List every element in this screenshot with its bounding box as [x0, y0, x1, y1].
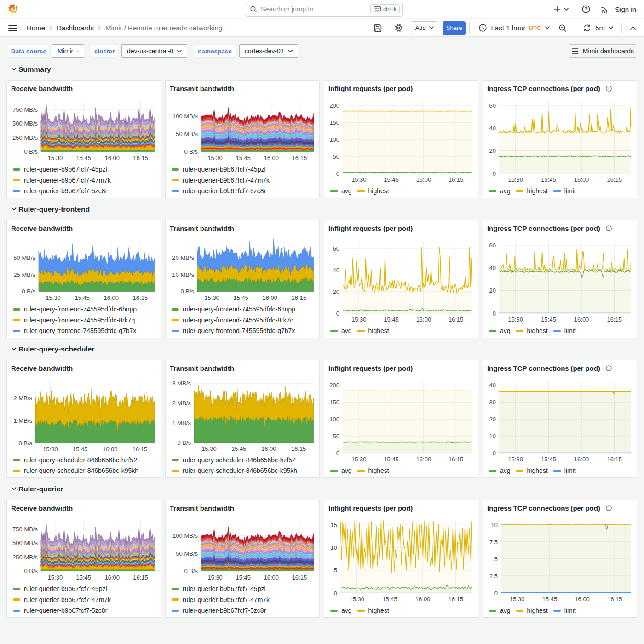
svg-text:60: 60 — [489, 242, 496, 249]
svg-text:100: 100 — [329, 416, 339, 423]
svg-text:15:45: 15:45 — [76, 155, 92, 161]
svg-text:2.5: 2.5 — [489, 573, 498, 580]
svg-text:60: 60 — [489, 102, 496, 109]
svg-text:0 B/s: 0 B/s — [177, 439, 191, 446]
svg-text:0 B/s: 0 B/s — [180, 288, 194, 295]
svg-text:15:30: 15:30 — [48, 574, 63, 581]
svg-text:0: 0 — [493, 170, 496, 177]
svg-text:750 MB/s: 750 MB/s — [12, 106, 38, 113]
svg-text:16:15: 16:15 — [132, 446, 148, 453]
svg-text:16:15: 16:15 — [291, 445, 306, 452]
svg-text:15:30: 15:30 — [46, 294, 61, 301]
svg-text:3 MB/s: 3 MB/s — [172, 380, 191, 387]
svg-text:15:45: 15:45 — [541, 316, 556, 323]
svg-text:15:45: 15:45 — [233, 294, 248, 301]
svg-text:150: 150 — [329, 399, 339, 406]
svg-text:15:30: 15:30 — [207, 574, 223, 581]
svg-text:16:15: 16:15 — [607, 456, 622, 463]
svg-text:0 B/s: 0 B/s — [24, 148, 38, 155]
svg-text:0: 0 — [336, 310, 339, 317]
svg-text:0: 0 — [493, 450, 496, 457]
svg-text:30: 30 — [489, 399, 496, 406]
svg-text:16:00: 16:00 — [415, 596, 431, 603]
svg-text:16:15: 16:15 — [292, 574, 307, 581]
svg-text:16:00: 16:00 — [574, 316, 589, 323]
svg-text:50 MB/s: 50 MB/s — [176, 550, 198, 557]
svg-text:250 MB/s: 250 MB/s — [12, 554, 38, 561]
svg-text:20: 20 — [333, 288, 339, 295]
svg-text:16:00: 16:00 — [574, 456, 589, 463]
svg-text:5: 5 — [494, 556, 498, 563]
svg-text:5: 5 — [334, 567, 337, 574]
svg-text:15:30: 15:30 — [351, 456, 367, 463]
svg-text:2 MB/s: 2 MB/s — [172, 400, 191, 407]
svg-text:1 MB/s: 1 MB/s — [172, 420, 191, 426]
svg-text:0 B/s: 0 B/s — [184, 148, 198, 155]
svg-text:0 B/s: 0 B/s — [18, 440, 32, 447]
svg-text:15:45: 15:45 — [75, 294, 90, 301]
svg-text:16:00: 16:00 — [103, 446, 118, 453]
svg-text:500 MB/s: 500 MB/s — [12, 540, 38, 546]
svg-text:15:45: 15:45 — [76, 574, 92, 581]
svg-text:15:45: 15:45 — [236, 155, 251, 161]
svg-text:15:30: 15:30 — [508, 456, 523, 463]
svg-text:16:15: 16:15 — [607, 316, 622, 323]
svg-text:1 MB/s: 1 MB/s — [14, 417, 33, 424]
svg-text:15:45: 15:45 — [384, 316, 399, 323]
svg-text:2 MB/s: 2 MB/s — [14, 395, 33, 402]
svg-text:10: 10 — [331, 544, 337, 551]
svg-text:0: 0 — [334, 590, 337, 597]
svg-text:15:30: 15:30 — [207, 155, 223, 161]
svg-text:10: 10 — [489, 433, 496, 440]
svg-text:16:15: 16:15 — [292, 155, 307, 161]
svg-text:16:00: 16:00 — [264, 155, 279, 161]
svg-text:0: 0 — [493, 310, 496, 317]
svg-text:200: 200 — [329, 382, 339, 389]
svg-text:16:15: 16:15 — [448, 316, 464, 323]
svg-text:20: 20 — [489, 287, 496, 294]
svg-text:16:00: 16:00 — [104, 294, 119, 301]
svg-text:60: 60 — [333, 245, 339, 252]
svg-text:15:45: 15:45 — [541, 456, 556, 463]
svg-text:16:15: 16:15 — [448, 176, 464, 183]
svg-text:50 MB/s: 50 MB/s — [13, 254, 35, 261]
svg-text:16:15: 16:15 — [448, 596, 463, 603]
svg-text:100 MB/s: 100 MB/s — [172, 532, 198, 539]
svg-text:0: 0 — [336, 450, 339, 457]
svg-text:10: 10 — [491, 522, 498, 529]
svg-text:250 MB/s: 250 MB/s — [12, 134, 38, 141]
svg-text:25 MB/s: 25 MB/s — [13, 271, 35, 278]
svg-text:16:00: 16:00 — [104, 155, 120, 161]
svg-text:100 MB/s: 100 MB/s — [172, 113, 198, 120]
svg-text:15:30: 15:30 — [350, 596, 365, 603]
svg-text:15:45: 15:45 — [384, 456, 399, 463]
svg-text:15:45: 15:45 — [231, 445, 247, 452]
svg-text:16:00: 16:00 — [261, 445, 276, 452]
svg-text:16:00: 16:00 — [575, 596, 590, 603]
svg-text:50: 50 — [333, 433, 339, 440]
svg-text:750 MB/s: 750 MB/s — [12, 526, 38, 533]
svg-text:16:00: 16:00 — [263, 294, 278, 301]
svg-text:20: 20 — [489, 147, 496, 154]
svg-text:50: 50 — [333, 153, 339, 160]
svg-text:15:45: 15:45 — [384, 176, 399, 183]
svg-text:15:45: 15:45 — [73, 446, 88, 453]
svg-text:10 MB/s: 10 MB/s — [172, 271, 194, 278]
svg-text:16:15: 16:15 — [133, 574, 148, 581]
svg-text:15:30: 15:30 — [351, 176, 367, 183]
svg-text:15:30: 15:30 — [351, 316, 367, 323]
svg-text:16:15: 16:15 — [607, 176, 622, 183]
svg-text:15:30: 15:30 — [48, 155, 63, 161]
svg-text:0: 0 — [494, 590, 498, 597]
svg-text:15:30: 15:30 — [201, 445, 217, 452]
svg-text:15:30: 15:30 — [508, 316, 523, 323]
svg-text:40: 40 — [489, 382, 496, 389]
svg-text:16:15: 16:15 — [607, 596, 622, 603]
svg-text:50 MB/s: 50 MB/s — [176, 131, 198, 138]
svg-text:0: 0 — [336, 170, 339, 177]
svg-text:15:30: 15:30 — [508, 176, 523, 183]
svg-text:16:15: 16:15 — [133, 294, 148, 301]
svg-text:15:45: 15:45 — [541, 176, 556, 183]
svg-text:40: 40 — [489, 264, 496, 271]
svg-text:16:00: 16:00 — [574, 176, 589, 183]
